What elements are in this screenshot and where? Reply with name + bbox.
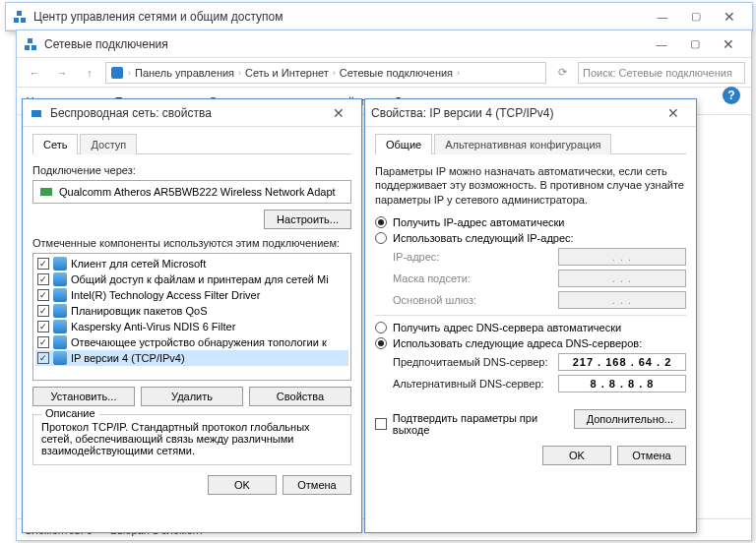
ok-button[interactable]: OK bbox=[208, 475, 277, 495]
list-item[interactable]: ✓Общий доступ к файлам и принтерам для с… bbox=[35, 272, 348, 287]
adapter-field: Qualcomm Atheros AR5BWB222 Wireless Netw… bbox=[32, 180, 351, 204]
component-icon bbox=[53, 351, 67, 365]
checkbox-icon[interactable]: ✓ bbox=[37, 289, 49, 301]
radio-icon bbox=[375, 216, 387, 228]
ip-auto-radio[interactable]: Получить IP-адрес автоматически bbox=[375, 216, 686, 228]
svg-rect-4 bbox=[32, 45, 36, 50]
components-label: Отмеченные компоненты используются этим … bbox=[32, 237, 351, 249]
up-button[interactable]: ↑ bbox=[78, 61, 101, 85]
properties-button[interactable]: Свойства bbox=[249, 387, 351, 406]
dialog-title: Беспроводная сеть: свойства bbox=[50, 106, 322, 120]
maximize-button[interactable]: ▢ bbox=[679, 6, 713, 28]
close-button[interactable]: ✕ bbox=[657, 102, 690, 124]
breadcrumb-item[interactable]: Панель управления bbox=[135, 67, 234, 79]
adapter-name: Qualcomm Atheros AR5BWB222 Wireless Netw… bbox=[59, 186, 336, 198]
advanced-button[interactable]: Дополнительно... bbox=[574, 409, 686, 429]
titlebar: Свойства: IP версии 4 (TCP/IPv4) ✕ bbox=[365, 99, 696, 127]
svg-rect-3 bbox=[25, 45, 30, 50]
dns-manual-radio[interactable]: Использовать следующие адреса DNS-сервер… bbox=[375, 337, 686, 349]
component-icon bbox=[53, 288, 67, 302]
tabs: Сеть Доступ bbox=[32, 133, 351, 154]
window-title: Центр управления сетями и общим доступом bbox=[33, 10, 646, 24]
breadcrumb[interactable]: › Панель управления › Сеть и Интернет › … bbox=[105, 62, 546, 84]
radio-icon bbox=[375, 322, 387, 333]
titlebar: Центр управления сетями и общим доступом… bbox=[6, 3, 752, 30]
tab-alternate[interactable]: Альтернативная конфигурация bbox=[434, 134, 611, 154]
close-button[interactable]: ✕ bbox=[713, 6, 746, 28]
validate-checkbox[interactable]: Подтвердить параметры при выходе bbox=[375, 412, 574, 436]
svg-rect-5 bbox=[28, 38, 32, 43]
close-button[interactable]: ✕ bbox=[322, 102, 355, 124]
checkbox-icon[interactable]: ✓ bbox=[37, 352, 49, 364]
search-placeholder: Поиск: Сетевые подключения bbox=[583, 67, 732, 79]
remove-button[interactable]: Удалить bbox=[141, 387, 243, 406]
cancel-button[interactable]: Отмена bbox=[617, 446, 686, 465]
svg-rect-2 bbox=[17, 11, 22, 16]
network-icon bbox=[12, 9, 28, 25]
checkbox-icon[interactable]: ✓ bbox=[37, 258, 49, 270]
chevron-right-icon: › bbox=[457, 68, 460, 78]
close-button[interactable]: ✕ bbox=[712, 33, 745, 55]
address-bar: ← → ↑ › Панель управления › Сеть и Интер… bbox=[17, 58, 751, 88]
svg-rect-6 bbox=[111, 67, 123, 79]
gw-label: Основной шлюз: bbox=[393, 294, 558, 306]
checkbox-icon[interactable]: ✓ bbox=[37, 321, 49, 332]
checkbox-icon[interactable]: ✓ bbox=[37, 305, 49, 317]
list-item[interactable]: ✓Планировщик пакетов QoS bbox=[35, 303, 348, 319]
minimize-button[interactable]: — bbox=[645, 33, 678, 55]
tab-general[interactable]: Общие bbox=[375, 134, 432, 154]
back-button[interactable]: ← bbox=[23, 61, 46, 85]
window-title: Сетевые подключения bbox=[44, 37, 645, 51]
ipv4-properties-dialog: Свойства: IP версии 4 (TCP/IPv4) ✕ Общие… bbox=[364, 98, 697, 533]
svg-rect-8 bbox=[40, 188, 52, 196]
ip-manual-radio[interactable]: Использовать следующий IP-адрес: bbox=[375, 232, 686, 244]
component-icon bbox=[53, 320, 67, 333]
adapter-icon bbox=[29, 105, 44, 121]
checkbox-icon[interactable]: ✓ bbox=[37, 336, 49, 348]
list-item[interactable]: ✓Отвечающее устройство обнаружения топол… bbox=[35, 334, 348, 350]
forward-button[interactable]: → bbox=[50, 61, 74, 85]
minimize-button[interactable]: — bbox=[646, 6, 679, 28]
search-input[interactable]: Поиск: Сетевые подключения bbox=[578, 62, 745, 84]
list-item[interactable]: ✓Intel(R) Technology Access Filter Drive… bbox=[35, 287, 348, 303]
install-button[interactable]: Установить... bbox=[32, 387, 135, 406]
description-group: Описание Протокол TCP/IP. Стандартный пр… bbox=[32, 414, 351, 465]
checkbox-icon bbox=[375, 418, 387, 430]
list-item[interactable]: ✓Kaspersky Anti-Virus NDIS 6 Filter bbox=[35, 319, 348, 334]
list-item[interactable]: ✓IP версии 4 (TCP/IPv4) bbox=[35, 350, 348, 366]
radio-icon bbox=[375, 232, 387, 244]
breadcrumb-item[interactable]: Сетевые подключения bbox=[340, 67, 453, 79]
dns-auto-radio[interactable]: Получить адрес DNS-сервера автоматически bbox=[375, 322, 686, 333]
network-icon bbox=[23, 36, 38, 52]
dns2-input[interactable]: 8 . 8 . 8 . 8 bbox=[558, 375, 686, 392]
gateway-input: . . . bbox=[558, 291, 686, 309]
help-text: Параметры IP можно назначать автоматичес… bbox=[375, 164, 686, 207]
divider bbox=[375, 315, 686, 316]
checkbox-icon[interactable]: ✓ bbox=[37, 273, 49, 285]
description-title: Описание bbox=[41, 407, 99, 419]
cancel-button[interactable]: Отмена bbox=[283, 475, 351, 495]
tab-network[interactable]: Сеть bbox=[32, 134, 78, 154]
help-icon[interactable]: ? bbox=[723, 87, 740, 104]
components-list[interactable]: ✓Клиент для сетей Microsoft ✓Общий досту… bbox=[32, 253, 351, 381]
svg-rect-7 bbox=[32, 110, 41, 117]
ip-input: . . . bbox=[558, 248, 686, 266]
titlebar: Беспроводная сеть: свойства ✕ bbox=[23, 99, 361, 127]
ok-button[interactable]: OK bbox=[542, 446, 611, 465]
titlebar: Сетевые подключения — ▢ ✕ bbox=[17, 30, 751, 58]
chevron-right-icon: › bbox=[333, 68, 336, 78]
mask-input: . . . bbox=[558, 270, 686, 287]
description-text: Протокол TCP/IP. Стандартный протокол гл… bbox=[41, 421, 343, 456]
mask-label: Маска подсети: bbox=[393, 272, 558, 284]
configure-button[interactable]: Настроить... bbox=[264, 210, 351, 229]
ip-label: IP-адрес: bbox=[393, 251, 558, 263]
list-item[interactable]: ✓Клиент для сетей Microsoft bbox=[35, 256, 348, 272]
breadcrumb-item[interactable]: Сеть и Интернет bbox=[245, 67, 329, 79]
dialog-title: Свойства: IP версии 4 (TCP/IPv4) bbox=[371, 106, 657, 120]
dns1-input[interactable]: 217 . 168 . 64 . 2 bbox=[558, 353, 686, 371]
tab-access[interactable]: Доступ bbox=[80, 134, 137, 154]
control-panel-icon bbox=[110, 66, 124, 80]
maximize-button[interactable]: ▢ bbox=[678, 33, 712, 55]
refresh-button[interactable]: ⟳ bbox=[550, 61, 574, 85]
wireless-properties-dialog: Беспроводная сеть: свойства ✕ Сеть Досту… bbox=[22, 98, 362, 533]
